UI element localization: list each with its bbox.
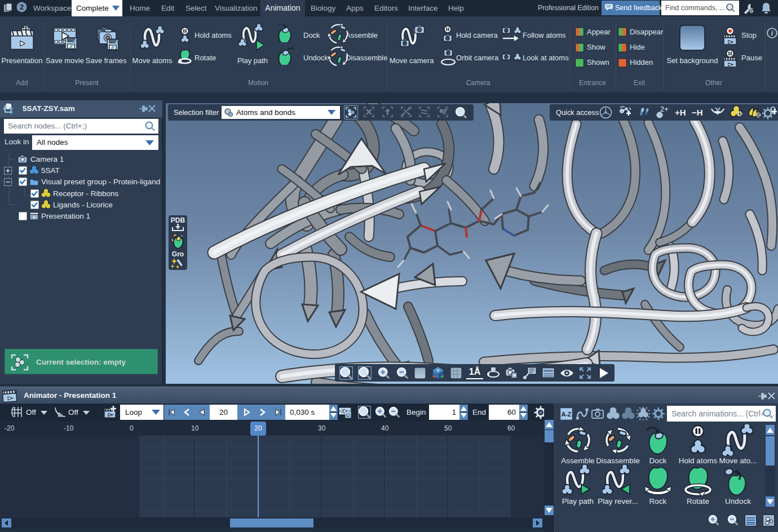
svg-text:2+: 2+ [660,105,669,113]
svg-text:i: i [771,29,773,37]
svg-text:2: 2 [20,3,24,11]
